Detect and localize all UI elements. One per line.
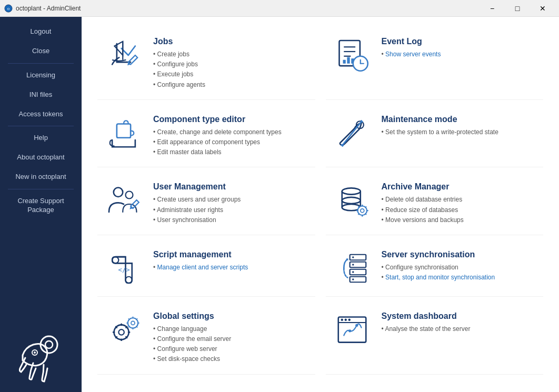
card-script-management[interactable]: </> Script management Manage client and …: [97, 240, 315, 297]
cte-bullet-3: Edit master data labels: [153, 147, 310, 157]
app-icon: o: [4, 4, 13, 13]
svg-point-70: [348, 318, 350, 320]
window-controls: − □ ✕: [480, 0, 555, 17]
jobs-title: Jobs: [153, 37, 310, 46]
server-sync-title: Server synchronisation: [382, 250, 538, 259]
sidebar-item-new-in[interactable]: New in octoplant: [0, 167, 82, 187]
svg-point-72: [355, 324, 358, 327]
global-settings-bullets: Change language Configure the email serv…: [153, 324, 310, 365]
card-event-log[interactable]: Event Log Show server events: [326, 27, 544, 100]
card-user-management[interactable]: User Management Create users and user gr…: [97, 173, 315, 235]
svg-point-69: [344, 318, 346, 320]
sidebar-divider-1: [8, 63, 74, 64]
svg-point-5: [34, 351, 36, 354]
sd-bullet-1: Analyse the state of the server: [382, 324, 538, 334]
octoplant-logo: [15, 329, 67, 387]
component-type-editor-icon: [103, 115, 145, 152]
sidebar-item-licensing[interactable]: Licensing: [0, 66, 82, 85]
system-dashboard-content: System dashboard Analyse the state of th…: [382, 311, 538, 334]
archive-manager-bullets: Delete old database entries Reduce size …: [382, 195, 538, 225]
server-sync-icon: [331, 250, 373, 287]
gs-bullet-1: Change language: [153, 324, 310, 334]
svg-rect-11: [343, 60, 345, 64]
svg-point-45: [352, 278, 354, 280]
jobs-bullet-4: Configure agents: [153, 80, 310, 90]
sidebar-item-close[interactable]: Close: [0, 42, 82, 61]
global-settings-icon: [103, 311, 145, 348]
svg-point-42: [352, 256, 354, 258]
um-bullet-3: User synchronisation: [153, 215, 310, 225]
card-server-sync[interactable]: Server synchronisation Configure synchro…: [326, 240, 544, 297]
card-global-settings[interactable]: Global settings Change language Configur…: [97, 302, 315, 375]
cte-bullet-2: Edit appearance of component types: [153, 137, 310, 147]
am-bullet-2: Reduce size of databases: [382, 205, 538, 215]
maintenance-mode-title: Maintenance mode: [382, 115, 538, 124]
svg-point-22: [342, 188, 360, 195]
archive-manager-content: Archive Manager Delete old database entr…: [382, 182, 538, 225]
archive-manager-icon: [331, 182, 373, 219]
card-component-type-editor[interactable]: Component type editor Create, change and…: [97, 105, 315, 168]
maintenance-mode-icon: [331, 115, 373, 152]
user-management-icon: [103, 182, 145, 219]
um-bullet-2: Administrate user rights: [153, 205, 310, 215]
jobs-bullet-1: Create jobs: [153, 49, 310, 59]
svg-point-23: [342, 197, 360, 204]
maximize-button[interactable]: □: [505, 0, 530, 17]
sidebar-divider-2: [8, 126, 74, 126]
script-management-title: Script management: [153, 250, 310, 259]
svg-rect-12: [347, 57, 350, 64]
system-dashboard-bullets: Analyse the state of the server: [382, 324, 538, 334]
event-log-icon: [331, 37, 373, 74]
server-sync-bullets: Configure synchronisation Start, stop an…: [382, 263, 538, 283]
sidebar-item-logout[interactable]: Logout: [0, 22, 82, 42]
um-bullet-1: Create users and user groups: [153, 195, 310, 205]
gs-bullet-4: Set disk-space checks: [153, 354, 310, 364]
card-system-dashboard[interactable]: System dashboard Analyse the state of th…: [326, 302, 544, 375]
event-log-bullets: Show server events: [382, 49, 538, 59]
sidebar-item-access-tokens[interactable]: Access tokens: [0, 105, 82, 124]
ss-bullet-1: Configure synchronisation: [382, 263, 538, 273]
main-content: Jobs Create jobs Configure jobs Execute …: [82, 17, 559, 392]
window-title: octoplant - AdminClient: [16, 5, 81, 12]
user-management-content: User Management Create users and user gr…: [153, 182, 310, 225]
svg-point-71: [348, 329, 351, 332]
component-type-editor-bullets: Create, change and delete component type…: [153, 127, 310, 158]
svg-rect-17: [117, 124, 131, 137]
global-settings-title: Global settings: [153, 311, 310, 321]
svg-point-47: [118, 329, 124, 335]
title-bar: o octoplant - AdminClient − □ ✕: [0, 0, 559, 17]
script-management-content: Script management Manage client and serv…: [153, 250, 310, 273]
am-bullet-1: Delete old database entries: [382, 195, 538, 205]
system-dashboard-icon: [331, 311, 373, 348]
user-management-title: User Management: [153, 182, 310, 192]
component-type-editor-content: Component type editor Create, change and…: [153, 115, 310, 158]
global-settings-content: Global settings Change language Configur…: [153, 311, 310, 365]
jobs-bullets: Create jobs Configure jobs Execute jobs …: [153, 49, 310, 90]
cte-bullet-1: Create, change and delete component type…: [153, 127, 310, 137]
jobs-bullet-2: Configure jobs: [153, 59, 310, 69]
card-archive-manager[interactable]: Archive Manager Delete old database entr…: [326, 173, 544, 235]
sidebar-item-about[interactable]: About octoplant: [0, 148, 82, 167]
svg-point-20: [114, 188, 123, 197]
svg-point-3: [45, 341, 53, 348]
svg-point-68: [341, 318, 343, 320]
server-sync-content: Server synchronisation Configure synchro…: [382, 250, 538, 283]
minimize-button[interactable]: −: [480, 0, 504, 17]
archive-manager-title: Archive Manager: [382, 182, 538, 192]
system-dashboard-title: System dashboard: [382, 311, 538, 321]
card-grid: Jobs Create jobs Configure jobs Execute …: [97, 27, 543, 375]
sidebar-item-ini-files[interactable]: INI files: [0, 85, 82, 105]
sidebar-item-support[interactable]: Create Support Package: [0, 192, 82, 220]
card-jobs[interactable]: Jobs Create jobs Configure jobs Execute …: [97, 27, 315, 100]
am-bullet-3: Move versions and backups: [382, 215, 538, 225]
sm-bullet-1: Manage client and server scripts: [153, 263, 310, 273]
sidebar-item-help[interactable]: Help: [0, 128, 82, 148]
maintenance-mode-content: Maintenance mode Set the system to a wri…: [382, 115, 538, 137]
event-log-bullet-1: Show server events: [382, 49, 538, 59]
mm-bullet-1: Set the system to a write-protected stat…: [382, 127, 538, 137]
ss-bullet-2: Start, stop and monitor synchronisation: [382, 273, 538, 283]
jobs-bullet-3: Execute jobs: [153, 69, 310, 79]
jobs-icon: [103, 37, 145, 74]
card-maintenance-mode[interactable]: Maintenance mode Set the system to a wri…: [326, 105, 544, 168]
close-button[interactable]: ✕: [531, 0, 555, 17]
